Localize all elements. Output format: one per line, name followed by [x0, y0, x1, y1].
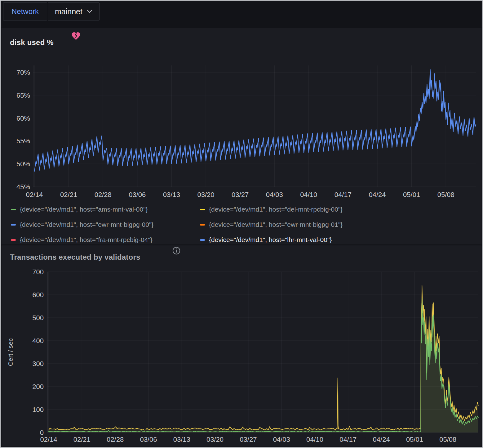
- legend-item-2[interactable]: {device="/dev/md1", host="ewr-mnt-bigpg-…: [11, 221, 198, 228]
- svg-text:03/06: 03/06: [140, 436, 157, 443]
- panel-title-disk-used[interactable]: disk used %: [10, 38, 54, 47]
- grafana-dashboard: Network mainnet disk used % 45%50%55%60%…: [0, 0, 483, 448]
- disk-used-legend: {device="/dev/md1", host="ams-mnt-val-00…: [11, 206, 343, 244]
- variable-label-network: Network: [3, 2, 47, 20]
- svg-text:55%: 55%: [16, 137, 30, 145]
- svg-text:02/21: 02/21: [73, 436, 91, 443]
- svg-text:03/20: 03/20: [206, 436, 224, 443]
- chevron-down-icon: [87, 10, 92, 13]
- svg-text:45%: 45%: [16, 183, 30, 191]
- svg-text:65%: 65%: [16, 92, 30, 99]
- legend-item-4[interactable]: {device="/dev/md1", host="fra-mnt-rpcbig…: [11, 236, 198, 244]
- legend-swatch-icon: [11, 239, 16, 241]
- svg-text:02/14: 02/14: [40, 436, 57, 443]
- svg-text:03/27: 03/27: [232, 191, 249, 199]
- svg-text:400: 400: [32, 337, 44, 345]
- panel-title-transactions[interactable]: Transactions executed by validators: [10, 253, 140, 262]
- panel-disk-used: disk used % 45%50%55%60%65%70%02/1402/21…: [2, 28, 481, 244]
- legend-label: {device="/dev/md1", host="ewr-mnt-bigpg-…: [20, 221, 153, 228]
- legend-label: {device="/dev/md1", host="del-mnt-rpcbig…: [209, 206, 343, 213]
- info-circle-icon[interactable]: [172, 246, 181, 255]
- svg-text:600: 600: [32, 291, 44, 299]
- network-variable-dropdown[interactable]: mainnet: [48, 2, 100, 20]
- svg-text:03/13: 03/13: [173, 436, 190, 443]
- svg-text:50%: 50%: [16, 160, 30, 168]
- svg-text:04/03: 04/03: [266, 191, 283, 199]
- legend-swatch-icon: [200, 209, 205, 210]
- svg-text:500: 500: [32, 314, 44, 322]
- svg-text:04/10: 04/10: [300, 191, 317, 199]
- svg-text:60%: 60%: [16, 114, 30, 122]
- svg-text:05/08: 05/08: [439, 436, 456, 443]
- legend-swatch-icon: [11, 209, 16, 210]
- svg-text:04/17: 04/17: [339, 436, 357, 443]
- svg-text:02/28: 02/28: [95, 191, 112, 199]
- svg-text:04/24: 04/24: [373, 436, 390, 443]
- legend-item-1[interactable]: {device="/dev/md1", host="del-mnt-rpcbig…: [200, 206, 343, 213]
- svg-text:03/20: 03/20: [197, 191, 214, 199]
- svg-text:200: 200: [32, 383, 44, 391]
- svg-text:300: 300: [32, 360, 44, 368]
- svg-text:03/27: 03/27: [240, 436, 257, 443]
- variable-label-text: Network: [11, 7, 39, 16]
- svg-text:04/10: 04/10: [306, 436, 323, 443]
- heart-break-alert-icon: [71, 31, 81, 41]
- legend-swatch-icon: [200, 224, 205, 226]
- svg-text:03/06: 03/06: [129, 191, 146, 199]
- svg-text:05/01: 05/01: [403, 191, 420, 199]
- disk-used-chart[interactable]: 45%50%55%60%65%70%02/1402/2102/2803/0603…: [2, 61, 481, 203]
- legend-label: {device="/dev/md1", host="fra-mnt-rpcbig…: [20, 236, 153, 244]
- legend-label: {device="/dev/md1", host="ams-mnt-val-00…: [20, 206, 148, 213]
- dashboard-variable-bar: Network mainnet: [1, 1, 482, 27]
- svg-text:700: 700: [32, 268, 44, 276]
- svg-text:02/28: 02/28: [107, 436, 124, 443]
- svg-text:05/01: 05/01: [406, 436, 423, 443]
- svg-text:02/21: 02/21: [60, 191, 77, 199]
- svg-text:05/08: 05/08: [437, 191, 454, 199]
- legend-label: {device="/dev/md1", host="lhr-mnt-val-00…: [209, 236, 332, 244]
- svg-text:04/17: 04/17: [335, 191, 352, 199]
- svg-text:03/13: 03/13: [163, 191, 180, 199]
- svg-text:Cert / sec: Cert / sec: [7, 338, 14, 366]
- legend-item-0[interactable]: {device="/dev/md1", host="ams-mnt-val-00…: [11, 206, 198, 213]
- legend-item-3[interactable]: {device="/dev/md1", host="ewr-mnt-bigpg-…: [200, 221, 343, 228]
- legend-item-5[interactable]: {device="/dev/md1", host="lhr-mnt-val-00…: [200, 236, 343, 244]
- legend-swatch-icon: [11, 224, 16, 226]
- svg-text:70%: 70%: [16, 69, 30, 76]
- svg-text:04/03: 04/03: [273, 436, 290, 443]
- panel-transactions: Transactions executed by validators 0100…: [2, 245, 481, 446]
- svg-text:100: 100: [32, 406, 44, 414]
- variable-value-text: mainnet: [55, 7, 82, 16]
- svg-text:04/24: 04/24: [369, 191, 386, 199]
- legend-label: {device="/dev/md1", host="ewr-mnt-bigpg-…: [209, 221, 343, 228]
- legend-swatch-icon: [200, 239, 205, 241]
- svg-text:02/14: 02/14: [26, 191, 43, 199]
- transactions-chart[interactable]: 010020030040050060070002/1402/2102/2803/…: [2, 268, 481, 448]
